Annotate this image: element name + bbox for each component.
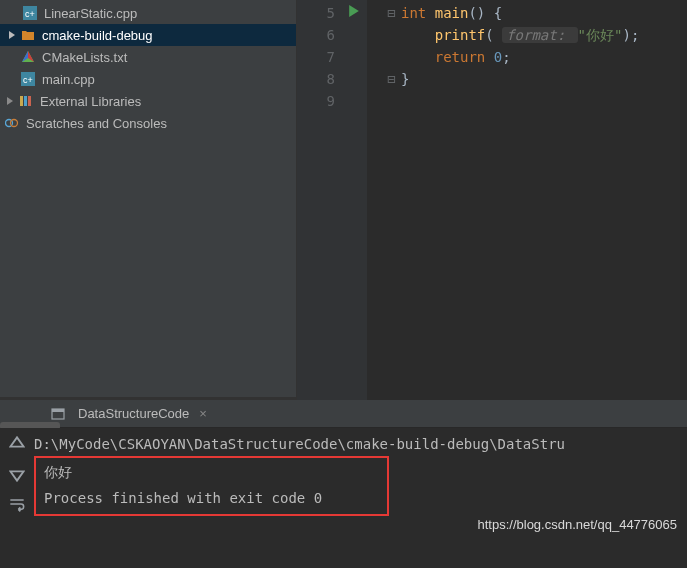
spacer — [6, 73, 18, 85]
svg-rect-10 — [52, 409, 64, 412]
exit-status: Process finished with exit code 0 — [44, 488, 379, 508]
svg-text:c+: c+ — [25, 9, 35, 19]
close-icon[interactable]: × — [199, 406, 207, 421]
gutter-icons — [345, 0, 367, 400]
app-icon — [50, 406, 66, 422]
tree-label: CMakeLists.txt — [42, 50, 127, 65]
run-tab[interactable]: DataStructureCode × — [40, 400, 217, 427]
code-line[interactable]: return 0; — [401, 46, 639, 68]
code-line[interactable]: printf( format: "你好"); — [401, 24, 639, 46]
run-output-panel: D:\MyCode\CSKAOYAN\DataStructureCode\cma… — [0, 428, 687, 538]
cpp-file-icon: c+ — [22, 5, 38, 21]
tree-label: cmake-build-debug — [42, 28, 153, 43]
gutter: 5 6 7 8 9 — [297, 0, 345, 400]
watermark: https://blog.csdn.net/qq_44776065 — [478, 517, 678, 532]
svg-rect-4 — [20, 96, 23, 106]
chevron-right-icon — [6, 29, 18, 41]
folder-cmake-build-debug[interactable]: cmake-build-debug — [0, 24, 296, 46]
cmake-file-icon — [20, 49, 36, 65]
file-cmakelists[interactable]: CMakeLists.txt — [0, 46, 296, 68]
line-number[interactable]: 9 — [297, 90, 345, 112]
stdout-line: 你好 — [44, 462, 379, 482]
line-number[interactable]: 6 — [297, 24, 345, 46]
library-icon — [18, 93, 34, 109]
run-tool-tabs: DataStructureCode × — [0, 400, 687, 428]
code-line[interactable]: ⊟} — [401, 68, 639, 90]
line-number[interactable]: 7 — [297, 46, 345, 68]
chevron-right-icon — [4, 95, 16, 107]
file-linearstatic[interactable]: c+ LinearStatic.cpp — [0, 2, 296, 24]
tab-label: DataStructureCode — [78, 406, 189, 421]
tree-label: Scratches and Consoles — [26, 116, 167, 131]
down-arrow-icon[interactable] — [9, 466, 25, 482]
svg-point-8 — [11, 120, 18, 127]
cpp-file-icon: c+ — [20, 71, 36, 87]
folder-icon — [20, 27, 36, 43]
svg-rect-5 — [24, 96, 27, 106]
file-main-cpp[interactable]: c+ main.cpp — [0, 68, 296, 90]
code-area[interactable]: ⊟int main() { printf( format: "你好"); ret… — [367, 0, 639, 400]
run-toolbar — [0, 428, 34, 538]
code-editor[interactable]: 5 6 7 8 9 ⊟int main() { printf( format: … — [296, 0, 687, 400]
up-arrow-icon[interactable] — [9, 436, 25, 452]
scratches-consoles[interactable]: Scratches and Consoles — [0, 112, 296, 134]
external-libraries[interactable]: External Libraries — [0, 90, 296, 112]
svg-text:c+: c+ — [23, 75, 33, 85]
line-number[interactable]: 8 — [297, 68, 345, 90]
tree-label: main.cpp — [42, 72, 95, 87]
highlighted-output: 你好 Process finished with exit code 0 — [34, 456, 389, 516]
project-tree[interactable]: c+ LinearStatic.cpp cmake-build-debug CM… — [0, 0, 296, 400]
exec-path: D:\MyCode\CSKAOYAN\DataStructureCode\cma… — [34, 434, 687, 454]
tree-label: LinearStatic.cpp — [44, 6, 137, 21]
code-line[interactable] — [401, 90, 639, 112]
code-line[interactable]: ⊟int main() { — [401, 2, 639, 24]
line-number[interactable]: 5 — [297, 2, 345, 24]
tree-label: External Libraries — [40, 94, 141, 109]
spacer — [6, 51, 18, 63]
wrap-icon[interactable] — [9, 496, 25, 512]
scratches-icon — [4, 115, 20, 131]
svg-rect-6 — [28, 96, 31, 106]
run-gutter-icon[interactable] — [348, 4, 360, 20]
